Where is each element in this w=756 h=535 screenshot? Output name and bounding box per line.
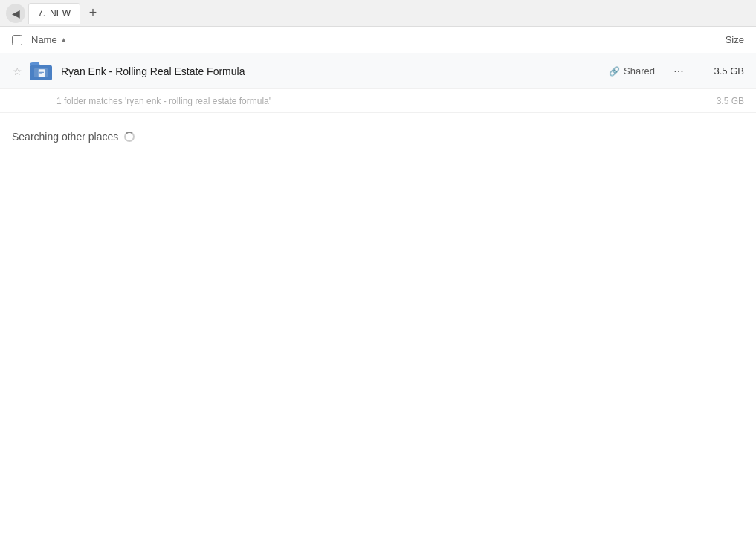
tab-item[interactable]: 7. NEW bbox=[28, 3, 80, 24]
folder-icon bbox=[30, 61, 54, 82]
folder-icon-wrapper bbox=[28, 61, 55, 82]
select-all-checkbox[interactable] bbox=[12, 35, 22, 45]
svg-rect-5 bbox=[39, 73, 42, 74]
star-icon: ☆ bbox=[13, 65, 22, 77]
svg-rect-3 bbox=[39, 71, 44, 71]
info-row: 1 folder matches 'ryan enk - rolling rea… bbox=[0, 89, 756, 113]
more-icon: ··· bbox=[673, 65, 683, 78]
back-icon: ◀ bbox=[12, 7, 20, 19]
more-options-button[interactable]: ··· bbox=[667, 59, 691, 83]
back-button[interactable]: ◀ bbox=[6, 4, 25, 23]
size-column-label: Size bbox=[726, 34, 744, 45]
sort-arrow-icon: ▲ bbox=[60, 36, 68, 44]
tab-label: NEW bbox=[50, 8, 71, 19]
searching-label: Searching other places bbox=[12, 131, 744, 143]
file-name: Ryan Enk - Rolling Real Estate Formula bbox=[55, 65, 609, 77]
name-column-header[interactable]: Name ▲ bbox=[28, 34, 691, 45]
shared-label: Shared bbox=[624, 65, 655, 77]
searching-text: Searching other places bbox=[12, 131, 118, 143]
searching-section: Searching other places bbox=[0, 113, 756, 143]
match-info-text: 1 folder matches 'ryan enk - rolling rea… bbox=[56, 96, 691, 106]
column-header-row: Name ▲ Size bbox=[0, 27, 756, 54]
info-size: 3.5 GB bbox=[691, 96, 750, 106]
tab-bar: ◀ 7. NEW + bbox=[0, 0, 756, 27]
link-icon: 🔗 bbox=[609, 66, 620, 77]
tab-number: 7. bbox=[38, 8, 45, 19]
loading-spinner-icon bbox=[124, 132, 135, 142]
svg-rect-4 bbox=[39, 71, 44, 72]
size-column-header[interactable]: Size bbox=[691, 34, 750, 45]
shared-status: 🔗 Shared bbox=[609, 65, 667, 77]
file-size: 3.5 GB bbox=[691, 65, 750, 77]
plus-icon: + bbox=[89, 5, 97, 21]
star-button[interactable]: ☆ bbox=[6, 65, 28, 77]
new-tab-button[interactable]: + bbox=[83, 4, 103, 23]
file-row[interactable]: ☆ Ryan Enk - Rolling Real Estate Formula bbox=[0, 54, 756, 89]
select-all-checkbox-wrapper[interactable] bbox=[6, 35, 28, 45]
name-column-label: Name bbox=[31, 34, 57, 45]
svg-rect-2 bbox=[39, 69, 45, 77]
